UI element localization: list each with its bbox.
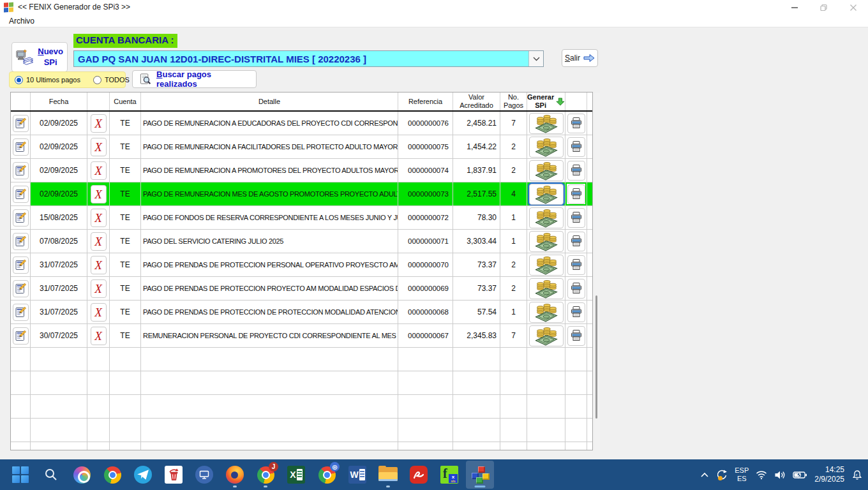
- firefox-button[interactable]: [221, 461, 249, 489]
- fenix-sls-button[interactable]: fxsls: [435, 461, 463, 489]
- volume-icon[interactable]: [774, 470, 786, 480]
- print-row-button[interactable]: [567, 302, 585, 322]
- chrome-button[interactable]: [98, 461, 126, 489]
- row-valor: 2,345.83: [453, 324, 500, 348]
- delete-row-button[interactable]: X: [91, 279, 107, 298]
- delete-row-button[interactable]: X: [91, 232, 107, 251]
- sync-status-icon[interactable]: [716, 469, 728, 480]
- telegram-button[interactable]: [129, 461, 157, 489]
- delete-row-button[interactable]: X: [91, 185, 107, 204]
- edit-row-button[interactable]: [13, 304, 29, 321]
- remote-desktop-button[interactable]: [190, 461, 218, 489]
- edit-row-button[interactable]: [13, 186, 29, 203]
- delete-row-button[interactable]: X: [91, 114, 107, 133]
- word-button[interactable]: W: [343, 461, 371, 489]
- row-fecha: 31/07/2025: [31, 301, 87, 324]
- chrome-profile-2-button[interactable]: ◎: [313, 461, 341, 489]
- remote-desktop-icon: [195, 466, 213, 484]
- table-row[interactable]: 30/07/2025 X TE REMUNERACION PERSONAL DE…: [11, 324, 592, 348]
- table-empty-row: [11, 395, 592, 419]
- battery-icon[interactable]: [793, 471, 807, 479]
- recycle-app-button[interactable]: [160, 461, 188, 489]
- nuevo-spi-button[interactable]: Nuevo SPi: [11, 42, 68, 72]
- money-stack-icon: [534, 255, 559, 275]
- table-row[interactable]: 02/09/2025 X TE PAGO DE REMUNERACION A F…: [11, 135, 592, 159]
- table-row[interactable]: 31/07/2025 X TE PAGO DE PRENDAS DE PROTE…: [11, 277, 592, 301]
- acrobat-button[interactable]: [405, 461, 433, 489]
- generar-spi-button[interactable]: [529, 325, 564, 346]
- language-indicator[interactable]: ESPES: [735, 466, 749, 482]
- combo-dropdown-button[interactable]: [528, 51, 543, 66]
- scrollbar-thumb[interactable]: [595, 295, 597, 419]
- generar-spi-button[interactable]: [529, 231, 564, 252]
- delete-row-button[interactable]: X: [91, 138, 107, 156]
- print-row-button[interactable]: [567, 114, 585, 133]
- delete-row-button[interactable]: X: [91, 209, 107, 227]
- print-row-button[interactable]: [567, 255, 585, 275]
- print-row-button[interactable]: [567, 184, 585, 204]
- delete-x-icon: X: [94, 283, 102, 295]
- print-row-button[interactable]: [567, 279, 585, 299]
- spi-app-button-active[interactable]: [466, 461, 494, 489]
- row-fecha: 02/09/2025: [31, 182, 87, 206]
- generar-spi-button[interactable]: [529, 184, 564, 205]
- print-row-button[interactable]: [567, 232, 585, 251]
- file-explorer-button[interactable]: [374, 461, 402, 489]
- table-row[interactable]: 02/09/2025 X TE PAGO DE REMUNERACION A P…: [11, 159, 592, 182]
- edit-row-button[interactable]: [13, 138, 29, 156]
- print-row-button[interactable]: [567, 208, 585, 228]
- salir-button[interactable]: Salir: [562, 49, 598, 67]
- minimize-button[interactable]: [784, 0, 805, 15]
- radio-10-ultimos[interactable]: 10 Ultimos pagos: [15, 76, 80, 84]
- excel-button[interactable]: X: [282, 461, 310, 489]
- delete-row-button[interactable]: X: [91, 256, 107, 274]
- print-row-button[interactable]: [567, 161, 585, 181]
- delete-row-button[interactable]: X: [91, 161, 107, 180]
- table-scrollbar[interactable]: [593, 93, 600, 450]
- edit-row-button[interactable]: [13, 327, 29, 345]
- table-row[interactable]: 15/08/2025 X TE PAGO DE FONDOS DE RESERV…: [11, 206, 592, 230]
- file-explorer-icon: [378, 467, 398, 482]
- edit-row-button[interactable]: [13, 115, 29, 132]
- table-row[interactable]: 02/09/2025 X TE PAGO DE REMUNERACION A E…: [11, 112, 592, 135]
- generar-spi-button[interactable]: [529, 160, 564, 181]
- delete-row-button[interactable]: X: [91, 303, 107, 322]
- radio-unselected-icon: [93, 76, 101, 84]
- cuenta-bancaria-select[interactable]: GAD PQ SAN JUAN 12D01-DIREC-DISTRITAL MI…: [73, 50, 544, 67]
- table-empty-row: [11, 442, 592, 450]
- start-button[interactable]: [6, 461, 34, 489]
- delete-row-button[interactable]: X: [91, 327, 107, 345]
- row-fecha: 02/09/2025: [31, 159, 87, 182]
- radio-todos[interactable]: TODOS: [93, 76, 130, 84]
- generar-spi-button[interactable]: [529, 207, 564, 228]
- generar-spi-button[interactable]: [529, 302, 564, 323]
- table-row[interactable]: 31/07/2025 X TE PAGO DE PRENDAS DE PROTE…: [11, 253, 592, 277]
- print-row-button[interactable]: [567, 326, 585, 346]
- edit-row-button[interactable]: [13, 256, 29, 274]
- edit-row-button[interactable]: [13, 209, 29, 226]
- print-row-button[interactable]: [567, 137, 585, 157]
- clock[interactable]: 14:25 2/9/2025: [814, 465, 844, 484]
- buscar-pagos-button[interactable]: Buscar pagos realizados: [132, 70, 257, 88]
- close-button[interactable]: [842, 0, 864, 15]
- notification-bell-icon[interactable]: z: [851, 470, 863, 480]
- edit-row-button[interactable]: [13, 162, 29, 179]
- generar-spi-button[interactable]: [529, 255, 564, 276]
- edit-row-button[interactable]: [13, 280, 29, 297]
- edit-row-button[interactable]: [13, 233, 29, 250]
- table-row[interactable]: 07/08/2025 X TE PAGO DEL SERVICIO CATERI…: [11, 230, 592, 253]
- table-row[interactable]: 31/07/2025 X TE PAGO DE PRENDAS DE PROTE…: [11, 301, 592, 324]
- chrome-profile-j-button[interactable]: J: [251, 461, 280, 489]
- maximize-button[interactable]: [813, 0, 835, 15]
- wifi-icon[interactable]: [756, 470, 767, 480]
- table-row[interactable]: 02/09/2025 X TE PAGO DE REMUNERACION MES…: [11, 182, 592, 206]
- minimize-icon: [791, 4, 798, 11]
- spi-app-icon: [470, 465, 490, 484]
- generar-spi-button[interactable]: [529, 278, 564, 299]
- menu-archivo[interactable]: Archivo: [6, 16, 37, 26]
- copilot-button[interactable]: [68, 461, 96, 489]
- search-button[interactable]: [37, 461, 65, 489]
- generar-spi-button[interactable]: [529, 137, 564, 158]
- generar-spi-button[interactable]: [529, 113, 564, 134]
- tray-chevron-up[interactable]: [700, 471, 709, 478]
